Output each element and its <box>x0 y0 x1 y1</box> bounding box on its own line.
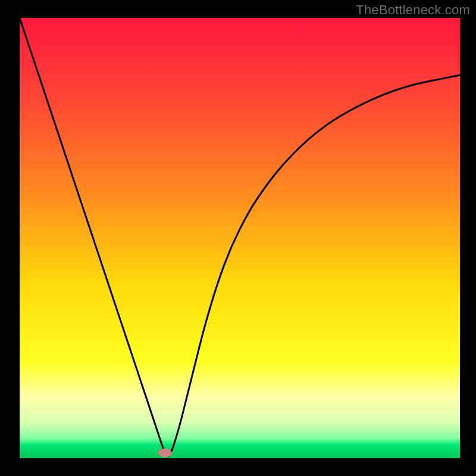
chart-stage: TheBottleneck.com <box>0 0 476 476</box>
plot-background <box>20 18 460 458</box>
bottleneck-chart <box>0 0 476 476</box>
watermark-text: TheBottleneck.com <box>356 2 470 18</box>
optimum-marker <box>158 449 172 458</box>
